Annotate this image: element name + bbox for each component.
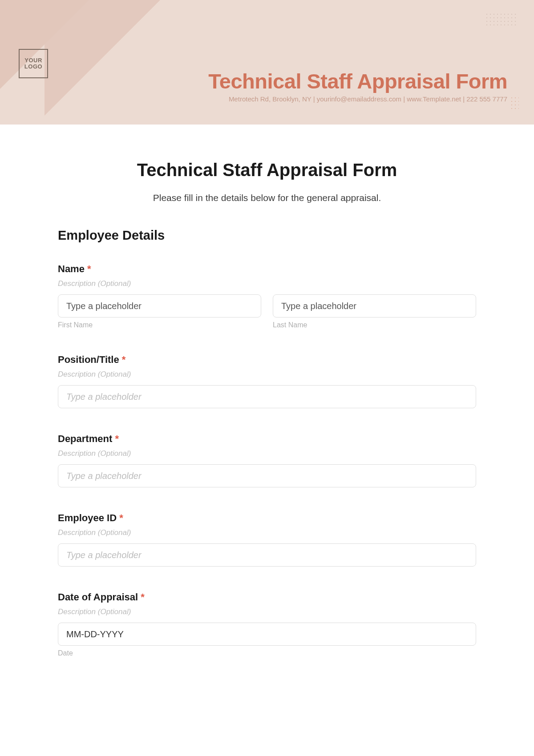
required-mark: * [115,433,119,444]
field-description: Description (Optional) [58,370,476,379]
sublabel-last-name: Last Name [273,321,476,329]
form-header: YOUR LOGO Technical Staff Appraisal Form… [0,0,534,125]
form-title: Technical Staff Appraisal Form [58,160,476,180]
label-department: Department * [58,433,476,445]
sublabel-date: Date [58,649,476,657]
label-text: Employee ID [58,512,117,523]
required-mark: * [122,354,126,365]
label-employee-id: Employee ID * [58,512,476,524]
label-text: Position/Title [58,354,119,365]
label-name: Name * [58,263,476,275]
form-content: Technical Staff Appraisal Form Please fi… [0,125,534,693]
field-description: Description (Optional) [58,279,476,288]
field-date: Date of Appraisal * Description (Optiona… [58,591,476,657]
employee-id-input[interactable] [58,543,476,567]
department-input[interactable] [58,464,476,487]
header-contact-info: Metrotech Rd, Brooklyn, NY | yourinfo@em… [229,95,507,103]
section-employee-details: Employee Details [58,228,476,243]
date-input[interactable] [58,623,476,646]
decorative-dots [485,12,516,26]
field-department: Department * Description (Optional) [58,433,476,487]
label-date: Date of Appraisal * [58,591,476,603]
field-description: Description (Optional) [58,449,476,458]
label-text: Name [58,263,85,274]
position-input[interactable] [58,385,476,408]
label-text: Department [58,433,112,444]
required-mark: * [141,591,145,603]
field-name: Name * Description (Optional) First Name… [58,263,476,329]
field-position: Position/Title * Description (Optional) [58,354,476,408]
header-title: Technical Staff Appraisal Form [208,69,507,93]
field-description: Description (Optional) [58,528,476,537]
last-name-input[interactable] [273,294,476,318]
label-position: Position/Title * [58,354,476,366]
page-container: YOUR LOGO Technical Staff Appraisal Form… [0,0,534,693]
label-text: Date of Appraisal [58,591,138,603]
form-subtitle: Please fill in the details below for the… [58,193,476,203]
logo-placeholder: YOUR LOGO [19,49,48,78]
required-mark: * [87,263,91,274]
field-employee-id: Employee ID * Description (Optional) [58,512,476,567]
field-description: Description (Optional) [58,607,476,616]
first-name-input[interactable] [58,294,261,318]
decorative-dots [510,96,519,111]
sublabel-first-name: First Name [58,321,261,329]
required-mark: * [119,512,123,523]
